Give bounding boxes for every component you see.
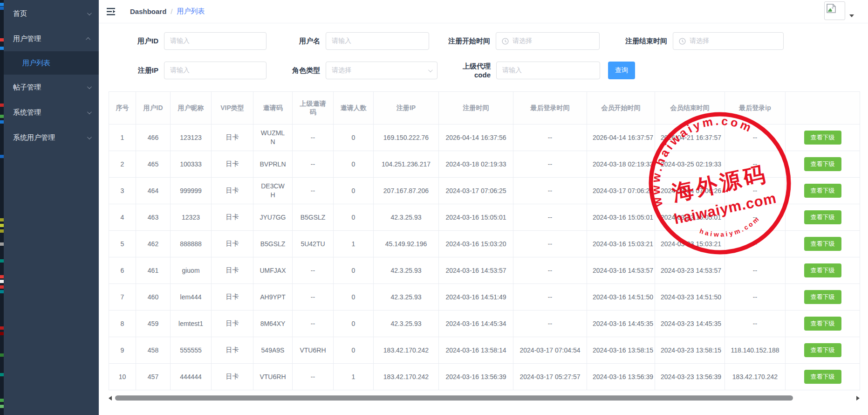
search-field: 注册IP请输入 [116, 62, 267, 79]
cell: 2024-03-16 13:58:15 [587, 337, 655, 364]
view-subordinates-button[interactable]: 查看下级 [804, 290, 841, 304]
cell: -- [725, 204, 786, 231]
view-subordinates-button[interactable]: 查看下级 [804, 263, 841, 277]
cell: 2024-03-23 14:51:50 [655, 284, 725, 311]
clock-icon [502, 38, 509, 45]
cell: lem444 [171, 284, 212, 311]
table-row: 446312323日卡JYU7GGB5GSLZ042.3.25.932024-0… [109, 204, 860, 231]
cell: 466 [136, 124, 171, 151]
cell: 183.42.170.242 [725, 364, 786, 390]
date-picker-input[interactable]: 请选择 [496, 32, 600, 50]
cell: -- [725, 284, 786, 311]
text-input[interactable]: 请输入 [164, 32, 267, 50]
breadcrumb: Dashboard / 用户列表 [130, 7, 205, 16]
placeholder-text: 请选择 [513, 37, 532, 45]
table-row: 6461giuom日卡UMFJAX--042.3.25.932024-03-16… [109, 257, 860, 284]
action-cell: 查看下级 [786, 151, 860, 178]
sidebar-item-home[interactable]: 首页 [4, 1, 99, 26]
search-field-label: 上级代理code [448, 62, 491, 79]
text-input[interactable]: 请输入 [164, 62, 267, 79]
scrollbar-right-arrow-icon[interactable] [856, 396, 860, 401]
horizontal-scrollbar [109, 394, 860, 401]
cell: 45.149.92.196 [374, 231, 439, 257]
edge-speck [0, 353, 4, 357]
view-subordinates-button[interactable]: 查看下级 [804, 131, 841, 145]
view-subordinates-button[interactable]: 查看下级 [804, 210, 841, 224]
view-subordinates-button[interactable]: 查看下级 [804, 184, 841, 198]
edge-speck [0, 120, 4, 124]
cell: 3 [109, 178, 136, 204]
chevron-down-icon [87, 11, 92, 15]
search-field-label: 注册IP [116, 66, 158, 75]
cell: 2024-03-23 14:53:57 [655, 257, 725, 284]
sidebar-item-system-management[interactable]: 系统管理 [4, 100, 99, 125]
cell: 463 [136, 204, 171, 231]
cell: lemtest1 [171, 311, 212, 337]
view-subordinates-button[interactable]: 查看下级 [804, 370, 841, 384]
breadcrumb-dashboard[interactable]: Dashboard [130, 7, 166, 15]
role-type-select[interactable]: 请选择 [326, 62, 437, 79]
cell: 2024-03-16 14:53:57 [439, 257, 513, 284]
edge-speck [0, 405, 4, 408]
cell: 2024-03-17 07:04:54 [513, 337, 587, 364]
cell: 2024-03-23 15:03:21 [655, 231, 725, 257]
action-cell: 查看下级 [786, 364, 860, 390]
cell: -- [513, 124, 587, 151]
cell: 183.42.170.242 [374, 337, 439, 364]
sidebar-item-user-management[interactable]: 用户管理 [4, 26, 99, 51]
date-picker-input[interactable]: 请选择 [673, 32, 784, 50]
cell: 日卡 [212, 204, 253, 231]
search-form-row-2: 注册IP请输入角色类型请选择上级代理code请输入查询 [116, 62, 868, 79]
cell: 7 [109, 284, 136, 311]
view-subordinates-button[interactable]: 查看下级 [804, 157, 841, 171]
avatar-dropdown-caret-icon[interactable] [849, 14, 854, 17]
cell: 日卡 [212, 257, 253, 284]
scrollbar-thumb[interactable] [115, 395, 793, 401]
hamburger-menu-icon[interactable] [107, 8, 116, 15]
cell: 2024-03-16 13:58:14 [439, 337, 513, 364]
avatar[interactable] [824, 1, 845, 20]
search-field-label: 注册开始时间 [448, 37, 490, 46]
search-field: 上级代理code请输入 [448, 62, 600, 79]
cell: 42.3.25.93 [374, 257, 439, 284]
cell: 461 [136, 257, 171, 284]
cell: -- [293, 178, 334, 204]
cell: -- [725, 124, 786, 151]
column-header-8: 注册时间 [439, 92, 513, 124]
action-cell: 查看下级 [786, 204, 860, 231]
scrollbar-left-arrow-icon[interactable] [109, 396, 112, 401]
cell: 2024-03-16 14:45:34 [439, 311, 513, 337]
view-subordinates-button[interactable]: 查看下级 [804, 343, 841, 357]
column-header-11: 会员结束时间 [655, 92, 725, 124]
table-row: 3464999999日卡DE3CWH--0207.167.87.2062024-… [109, 178, 860, 204]
column-header-2: 用户昵称 [171, 92, 212, 124]
sidebar-item-system-user-management[interactable]: 系统用户管理 [4, 125, 99, 150]
search-field: 注册开始时间请选择 [448, 32, 600, 50]
view-subordinates-button[interactable]: 查看下级 [804, 317, 841, 331]
cell: 5U42TU [293, 231, 334, 257]
sidebar-item-user-list[interactable]: 用户列表 [4, 51, 99, 75]
cell: 8M64XY [253, 311, 293, 337]
cell: -- [513, 257, 587, 284]
sidebar-item-label: 用户管理 [13, 35, 41, 43]
sidebar-item-label: 帖子管理 [13, 83, 41, 92]
cell: -- [293, 151, 334, 178]
cell: 2024-03-16 13:56:39 [439, 364, 513, 390]
cell: 1 [334, 364, 374, 390]
cell: 0 [334, 337, 374, 364]
text-input[interactable]: 请输入 [496, 62, 600, 79]
edge-speck [0, 38, 4, 42]
cell: 日卡 [212, 231, 253, 257]
cell: 8 [109, 311, 136, 337]
sidebar-item-post-management[interactable]: 帖子管理 [4, 75, 99, 100]
cell: VTU6RH [253, 364, 293, 390]
edge-speck [0, 115, 4, 118]
view-subordinates-button[interactable]: 查看下级 [804, 237, 841, 251]
cell: 日卡 [212, 151, 253, 178]
cell: 2024-03-16 15:03:20 [439, 231, 513, 257]
breadcrumb-separator: / [171, 7, 172, 15]
table-row: 1466123123日卡WUZMLN--0169.150.222.762026-… [109, 124, 860, 151]
cell: 2026-04-14 16:37:56 [439, 124, 513, 151]
search-button[interactable]: 查询 [608, 62, 635, 79]
text-input[interactable]: 请输入 [326, 32, 429, 50]
